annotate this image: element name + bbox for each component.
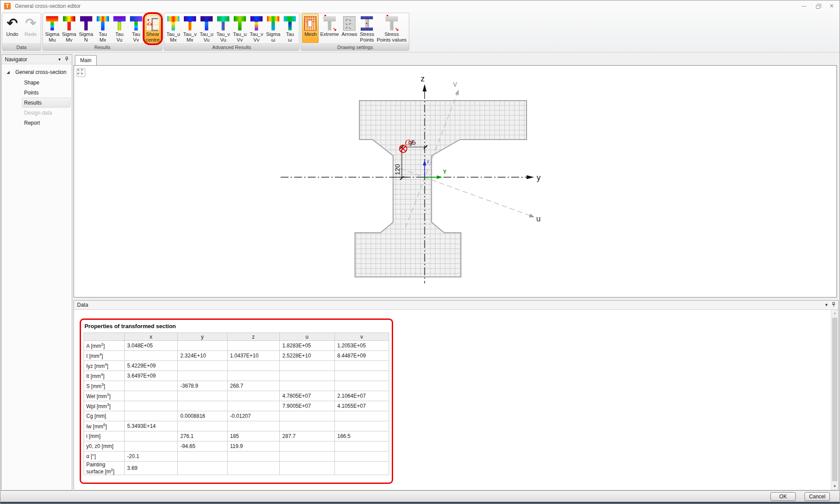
scroll-down-icon[interactable]: ▼	[831, 483, 838, 490]
vertical-scrollbar[interactable]: ▲ ▼	[831, 310, 838, 490]
tree-expander-icon[interactable]: ◢	[7, 67, 10, 77]
stress-points-values-button[interactable]: StressPoints values	[376, 14, 408, 43]
tau-u-vv-button[interactable]: Tau_uVv	[232, 14, 248, 43]
button-label-line: Tau_v	[250, 32, 263, 37]
tau-vu-button[interactable]: TauVu	[111, 14, 128, 43]
tau-v-vu-button[interactable]: Tau_vVu	[215, 14, 232, 43]
value-cell	[227, 371, 280, 381]
table-header-row: xyzuv	[84, 333, 389, 341]
table-row: Cg [mm]0.0008816-0.01207	[84, 411, 389, 421]
close-button[interactable]: ×	[825, 0, 839, 12]
data-panel-dropdown-icon[interactable]: ▼	[823, 303, 830, 307]
value-cell: 8.4487E+09	[334, 351, 389, 361]
sigma-mu-button[interactable]: SigmaMu	[44, 14, 61, 43]
column-header: v	[334, 333, 389, 341]
button-label-line: Tau_u	[166, 32, 180, 37]
nav-item-label: Design data	[24, 110, 52, 116]
redo-button[interactable]: Redo	[21, 14, 40, 43]
nav-item-shape[interactable]: Shape	[22, 77, 70, 88]
button-label-line: Mv	[62, 37, 77, 43]
button-label-line: Arrows	[341, 32, 357, 37]
arrows-button[interactable]: Arrows	[340, 14, 358, 43]
tau-omega-button[interactable]: Tauω	[281, 14, 298, 43]
tau-v-vv-button[interactable]: Tau_vVv	[248, 14, 265, 43]
value-cell	[178, 391, 228, 401]
button-label: Undo	[6, 32, 18, 37]
table-row: A [mm2]3.048E+051.8283E+051.2053E+05	[84, 341, 389, 351]
tau-vv-button[interactable]: TauVv	[128, 14, 144, 43]
button-label-line: Sigma	[45, 32, 60, 37]
fit-view-button[interactable]	[77, 68, 85, 77]
application-window: T General cross-section editor × UndoRed…	[0, 0, 840, 504]
button-label-line: Tau_u	[200, 32, 213, 37]
mesh-button[interactable]: Mesh	[302, 14, 319, 43]
undo-button[interactable]: Undo	[3, 14, 21, 43]
nav-item-general-cross-section[interactable]: ◢General cross-section	[2, 67, 72, 77]
value-cell	[280, 421, 334, 431]
value-cell: 185	[227, 431, 280, 441]
button-label: Tau_vMx	[183, 32, 197, 42]
value-cell	[178, 452, 228, 462]
extreme-button[interactable]: Extreme	[319, 14, 340, 43]
data-panel-title: Data	[77, 302, 823, 308]
value-cell: 3.048E+05	[124, 341, 177, 351]
scroll-up-icon[interactable]: ▲	[831, 310, 838, 317]
button-label-line: Vv	[233, 37, 246, 43]
value-cell: 2.5228E+10	[280, 351, 334, 361]
nav-item-results[interactable]: Results	[22, 98, 70, 108]
nav-item-label: Points	[24, 90, 39, 96]
data-panel-pin-icon[interactable]	[830, 302, 837, 308]
nav-item-design-data[interactable]: Design data	[22, 108, 70, 118]
sigma-n-icon	[80, 15, 92, 32]
value-cell: 1.8283E+05	[280, 341, 334, 351]
button-label: StressPoints values	[377, 32, 407, 42]
table-title: Properties of transformed section	[84, 323, 389, 329]
stress-points-button[interactable]: StressPoints	[358, 14, 376, 43]
ribbon-group-drawing-settings: MeshExtremeArrowsStressPointsStressPoint…	[301, 13, 409, 51]
minimize-button[interactable]	[797, 0, 811, 12]
value-cell	[227, 452, 280, 462]
sigma-mv-button[interactable]: SigmaMv	[61, 14, 78, 43]
table-annotation-box: Properties of transformed section xyzuvA…	[80, 318, 393, 484]
app-icon: T	[4, 2, 11, 10]
stress-points-icon	[361, 15, 373, 32]
cancel-button[interactable]: Cancel	[805, 492, 830, 501]
button-label-line: centre	[146, 37, 160, 43]
button-label-line: Mu	[45, 37, 60, 43]
tau-u-mx-button[interactable]: Tau_uMx	[165, 14, 182, 43]
button-label: Tauω	[286, 32, 294, 42]
row-label: Iw [mm6]	[84, 421, 125, 431]
button-label-line: Tau	[99, 32, 107, 37]
sigma-n-button[interactable]: SigmaN	[77, 14, 95, 43]
tau-vv-icon	[130, 15, 142, 32]
tab-main[interactable]: Main	[75, 55, 97, 65]
tau-v-mx-button[interactable]: Tau_vMx	[182, 14, 198, 43]
maximize-button[interactable]	[811, 0, 825, 12]
centroid-z-label: z	[427, 159, 429, 164]
nav-item-report[interactable]: Report	[22, 118, 70, 128]
shear-centre-button[interactable]: Shearcentre	[144, 14, 161, 43]
value-cell: 1.2053E+05	[334, 341, 389, 351]
button-label: Shearcentre	[146, 32, 160, 42]
shear-centre-label: Cs	[404, 137, 414, 147]
drawing-canvas[interactable]: v u z y Y	[74, 65, 837, 298]
tau-omega-icon	[284, 15, 296, 32]
ribbon-group-caption: Drawing settings	[301, 43, 409, 50]
tau-u-vu-button[interactable]: Tau_uVu	[198, 14, 215, 43]
stress-points-values-icon	[386, 15, 398, 32]
sigma-omega-button[interactable]: Sigmaω	[265, 14, 282, 43]
navigator-dropdown-icon[interactable]: ▼	[56, 57, 63, 62]
nav-item-label: Shape	[24, 80, 39, 86]
value-cell: 5.3493E+14	[124, 421, 177, 431]
navigator-header: Navigator ▼	[2, 55, 72, 64]
button-label: Arrows	[341, 32, 357, 37]
ok-button[interactable]: OK	[770, 492, 796, 501]
button-label-line: Vu	[116, 37, 124, 43]
scrollbar-thumb[interactable]	[832, 318, 837, 481]
tau-mx-button[interactable]: TauMx	[95, 14, 111, 43]
value-cell	[280, 411, 334, 421]
button-label-line: Vv	[250, 37, 263, 43]
row-label: Wel [mm3]	[84, 391, 125, 401]
nav-item-points[interactable]: Points	[22, 88, 70, 98]
navigator-pin-icon[interactable]	[63, 56, 70, 63]
